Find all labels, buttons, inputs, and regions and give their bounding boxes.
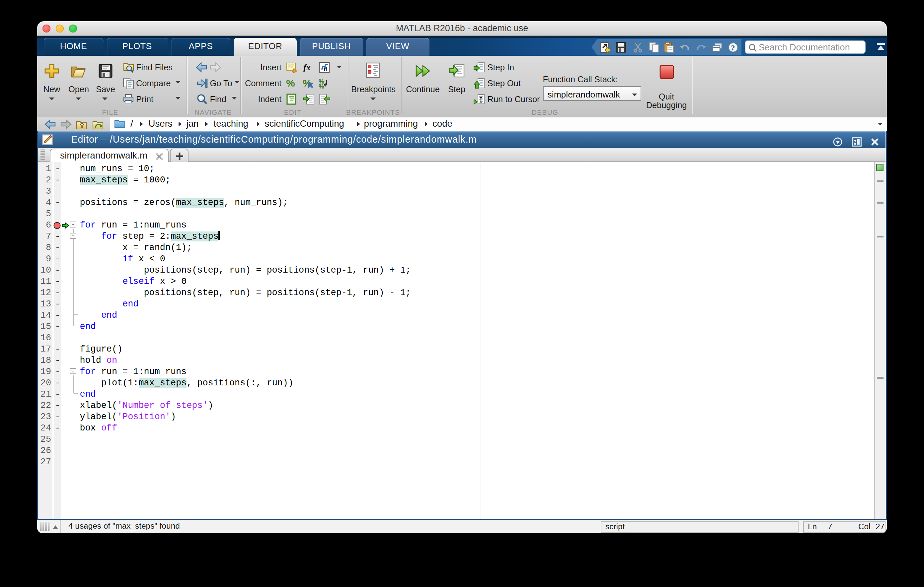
- svg-text:%: %: [319, 83, 325, 89]
- svg-text:fx: fx: [304, 62, 311, 72]
- svg-text:%: %: [286, 77, 295, 89]
- svg-text:%: %: [303, 77, 312, 89]
- svg-text:fi: fi: [324, 66, 327, 72]
- svg-text:?: ?: [731, 43, 734, 52]
